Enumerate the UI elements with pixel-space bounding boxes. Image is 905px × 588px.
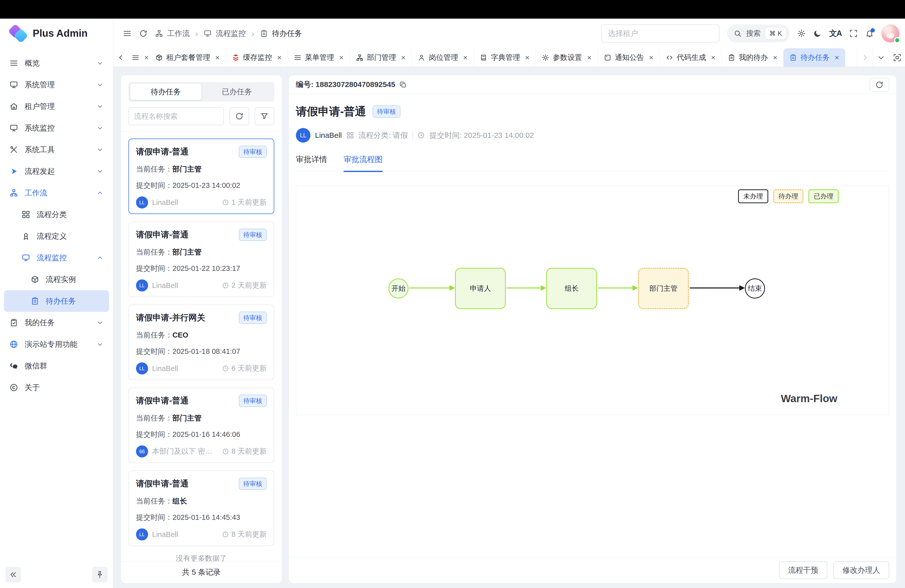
sidebar-item-my-tasks[interactable]: 我的任务 [4, 312, 109, 334]
menu-lines-icon [132, 54, 139, 61]
tab-tenant-package[interactable]: 租户套餐管理 × [149, 48, 226, 67]
sidebar-item-about[interactable]: 关于 [4, 377, 109, 398]
close-icon[interactable]: × [215, 53, 220, 62]
search-shortcut-badge: ⌘ K [765, 28, 786, 40]
notifications-button[interactable] [865, 29, 874, 38]
close-icon[interactable]: × [277, 53, 282, 62]
flow-node-team-leader[interactable]: 组长 [546, 268, 597, 309]
sidebar-item-flow-instance[interactable]: 流程实例 [4, 269, 109, 290]
task-card[interactable]: 请假申请-并行网关 待审核 当前任务：CEO 提交时间：2025-01-18 0… [129, 305, 274, 380]
fullscreen-icon[interactable] [849, 29, 858, 38]
sidebar-item-system-monitor[interactable]: 系统监控 [4, 117, 109, 139]
gear-icon [542, 54, 549, 61]
flow-node-end[interactable]: 结束 [745, 278, 765, 299]
chevron-up-icon [97, 189, 103, 196]
close-icon[interactable]: × [835, 53, 839, 62]
close-icon[interactable]: × [711, 53, 716, 62]
task-title: 请假申请-并行网关 [136, 312, 205, 323]
flow-node-dept-manager[interactable]: 部门主管 [638, 268, 689, 309]
translate-icon[interactable]: 文A [829, 28, 841, 39]
tab-approval-detail[interactable]: 审批详情 [296, 154, 327, 172]
task-search-input[interactable] [129, 108, 224, 125]
tab-notice[interactable]: 通知公告 × [597, 48, 660, 67]
tabs-menu-button[interactable] [873, 48, 889, 67]
current-task: CEO [173, 331, 188, 339]
sidebar-collapse-button[interactable] [6, 567, 21, 582]
close-icon[interactable]: × [463, 53, 468, 62]
tenant-select[interactable] [601, 24, 719, 43]
sidebar-item-flow-monitor[interactable]: 流程监控 [4, 247, 109, 269]
task-refresh-button[interactable] [230, 107, 249, 125]
clock-icon [222, 199, 229, 206]
tab-code-gen[interactable]: 代码生成 × [659, 48, 721, 67]
sidebar-item-workflow[interactable]: 工作流 [4, 182, 109, 204]
change-assignee-button[interactable]: 修改办理人 [834, 561, 889, 579]
sidebar-item-flow-category[interactable]: 流程分类 [4, 204, 109, 225]
close-icon[interactable]: × [339, 53, 344, 62]
flow-diagram-canvas[interactable]: 未办理 待办理 已办理 开始 申请人 组长 部门主管 结束 Warm-Flow [296, 186, 889, 415]
detail-footer: 流程干预 修改办理人 [289, 557, 896, 583]
sidebar-item-wechat-group[interactable]: 微信群 [4, 355, 109, 377]
tab-clipped[interactable]: × [128, 48, 149, 67]
tab-param-settings[interactable]: 参数设置 × [535, 48, 597, 67]
sidebar-item-tenant-mgmt[interactable]: 租户管理 [4, 95, 109, 117]
clipboard-icon [728, 54, 735, 61]
sidebar-pin-button[interactable] [92, 567, 108, 582]
tabs-scroll-right-button[interactable] [857, 48, 873, 67]
sidebar-item-todo-tasks[interactable]: 待办任务 [4, 290, 109, 312]
sidebar-item-overview[interactable]: 概览 [4, 52, 109, 74]
legend-not-handled: 未办理 [738, 189, 768, 203]
close-icon[interactable]: × [649, 53, 654, 62]
page-refresh-icon[interactable] [139, 29, 148, 38]
book-icon [480, 54, 487, 61]
chevron-down-icon [97, 124, 103, 132]
close-icon[interactable]: × [773, 53, 778, 62]
sidebar-item-flow-initiate[interactable]: 流程发起 [4, 161, 109, 182]
gear-icon[interactable] [797, 29, 806, 38]
flow-intervene-button[interactable]: 流程干预 [779, 561, 827, 579]
close-icon[interactable]: × [587, 53, 592, 62]
sidebar-item-system-tools[interactable]: 系统工具 [4, 139, 109, 161]
display-icon [10, 124, 18, 132]
tab-approval-diagram[interactable]: 审批流程图 [344, 154, 383, 172]
close-icon[interactable]: × [144, 53, 149, 62]
global-search[interactable]: 搜索 ⌘ K [727, 24, 790, 43]
close-icon[interactable]: × [401, 53, 406, 62]
sidebar-item-demo-features[interactable]: 演示站专用功能 [4, 334, 109, 355]
detail-refresh-button[interactable] [870, 78, 889, 92]
tab-todo-tasks-active[interactable]: 待办任务 × [783, 48, 845, 67]
tabs-scroll-left-button[interactable] [113, 48, 128, 67]
copy-id-button[interactable] [399, 81, 407, 89]
tab-dept-mgmt[interactable]: 部门管理 × [350, 48, 412, 67]
task-filter-button[interactable] [255, 107, 274, 125]
tab-my-todo[interactable]: 我的待办 × [721, 48, 784, 67]
flow-node-start[interactable]: 开始 [388, 278, 408, 299]
close-icon[interactable]: × [525, 53, 530, 62]
content-fullscreen-button[interactable] [889, 48, 905, 67]
task-card[interactable]: 请假申请-普通 待审核 当前任务：组长 提交时间：2025-01-16 14:4… [129, 470, 274, 546]
tab-cache-monitor[interactable]: 缓存监控 × [226, 48, 288, 67]
task-title: 请假申请-普通 [136, 478, 189, 489]
hamburger-menu-icon[interactable] [123, 29, 132, 38]
tab-menu-mgmt[interactable]: 菜单管理 × [287, 48, 350, 67]
clipboard-icon [31, 297, 39, 305]
task-title: 请假申请-普通 [136, 395, 189, 407]
moon-icon[interactable] [813, 29, 822, 38]
sidebar-item-system-mgmt[interactable]: 系统管理 [4, 74, 109, 95]
task-title: 请假申请-普通 [136, 229, 189, 240]
redis-icon [232, 54, 240, 61]
flow-category: 流程分类: 请假 [359, 130, 408, 141]
notice-icon [604, 54, 611, 61]
task-card[interactable]: 请假申请-普通 待审核 当前任务：部门主管 提交时间：2025-01-22 10… [129, 222, 274, 297]
sidebar-item-flow-definition[interactable]: 流程定义 [4, 225, 109, 247]
tab-post-mgmt[interactable]: 岗位管理 × [411, 48, 474, 67]
task-card[interactable]: 请假申请-普通 待审核 当前任务：部门主管 提交时间：2025-01-16 14… [129, 388, 274, 463]
breadcrumb-item[interactable]: 流程监控 [216, 29, 246, 39]
tab-dict-mgmt[interactable]: 字典管理 × [474, 48, 536, 67]
user-avatar[interactable] [881, 24, 899, 43]
breadcrumb-item[interactable]: 工作流 [167, 29, 190, 39]
task-card[interactable]: 请假申请-普通 待审核 当前任务：部门主管 提交时间：2025-01-23 14… [129, 138, 274, 214]
tab-todo-tasks[interactable]: 待办任务 [130, 84, 202, 100]
tab-done-tasks[interactable]: 已办任务 [202, 84, 273, 100]
flow-node-applicant[interactable]: 申请人 [455, 268, 506, 309]
